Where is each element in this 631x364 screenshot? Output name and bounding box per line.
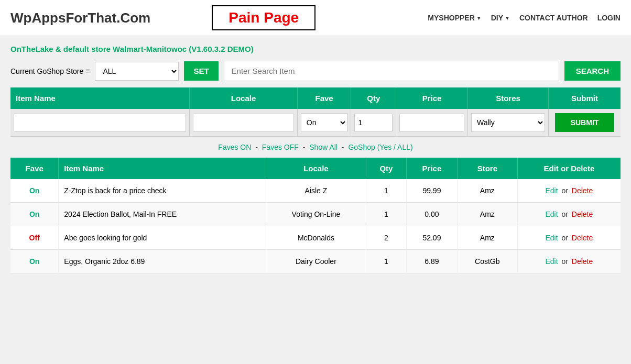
store-value: Amz	[457, 203, 517, 226]
item-name-value: Eggs, Organic 2doz 6.89	[59, 250, 266, 273]
fave-cell: On Off	[298, 109, 352, 136]
header-price: Price	[396, 87, 468, 109]
locale-cell	[190, 109, 297, 136]
header-submit: Submit	[549, 87, 621, 109]
table-row: On Z-Ztop is back for a price check Aisl…	[10, 179, 621, 203]
nav-myshopper[interactable]: MYSHOPPER ▼	[428, 14, 481, 22]
table-row: On Eggs, Organic 2doz 6.89 Dairy Cooler …	[10, 250, 621, 273]
show-all-link[interactable]: Show All	[309, 143, 338, 151]
main-nav: MYSHOPPER ▼ DIY ▼ CONTACT AUTHOR LOGIN	[428, 14, 621, 22]
item-name-input[interactable]	[14, 114, 186, 131]
filter-links: Faves ON - Faves OFF - Show All - GoShop…	[10, 137, 621, 158]
store-value: Amz	[457, 179, 517, 203]
goshop-link[interactable]: GoShop (Yes / ALL)	[348, 143, 412, 151]
item-name-value: 2024 Election Ballot, Mail-In FREE	[59, 203, 266, 226]
nav-login[interactable]: LOGIN	[597, 14, 621, 22]
price-value: 52.09	[407, 226, 458, 250]
store-select[interactable]: ALL Walmart Amazon CostCo Amz	[95, 62, 179, 81]
nav-contact-author[interactable]: CONTACT AUTHOR	[519, 14, 588, 22]
stores-cell: Wally Amazon CostCo Amz	[468, 109, 549, 136]
subtitle: OnTheLake & default store Walmart-Manito…	[10, 45, 621, 53]
edit-link[interactable]: Edit	[545, 234, 558, 242]
store-value: Amz	[457, 226, 517, 250]
search-area: Current GoShop Store = ALL Walmart Amazo…	[10, 61, 621, 81]
fave-value[interactable]: Off	[10, 226, 59, 250]
item-name-cell	[10, 109, 190, 136]
table-row: On 2024 Election Ballot, Mail-In FREE Vo…	[10, 203, 621, 226]
price-value: 0.00	[407, 203, 458, 226]
locale-value: Voting On-Line	[266, 203, 366, 226]
fave-value[interactable]: On	[10, 203, 59, 226]
fave-value[interactable]: On	[10, 179, 59, 203]
col-price: Price	[407, 158, 458, 179]
set-button[interactable]: SET	[184, 61, 218, 81]
header-locale: Locale	[190, 87, 297, 109]
col-store: Store	[457, 158, 517, 179]
col-edit-delete: Edit or Delete	[517, 158, 621, 179]
or-text: or	[561, 186, 570, 195]
qty-value: 1	[366, 179, 406, 203]
header-stores: Stores	[468, 87, 549, 109]
submit-cell: SUBMIT	[549, 109, 621, 136]
add-item-row: On Off Wally Amazon CostCo Amz SUBMIT	[10, 109, 621, 137]
header-item-name: Item Name	[10, 87, 190, 109]
col-qty: Qty	[366, 158, 406, 179]
col-item-name: Item Name	[59, 158, 266, 179]
edit-delete-cell: Edit or Delete	[517, 250, 621, 273]
page-title: Pain Page	[229, 9, 299, 26]
edit-link[interactable]: Edit	[545, 257, 558, 266]
edit-delete-cell: Edit or Delete	[517, 203, 621, 226]
main-content: OnTheLake & default store Walmart-Manito…	[0, 36, 631, 282]
qty-input[interactable]	[354, 114, 393, 131]
sep-2: -	[303, 143, 308, 151]
table-header-row: Fave Item Name Locale Qty Price Store Ed…	[10, 158, 621, 179]
delete-link[interactable]: Delete	[572, 234, 593, 242]
locale-value: Dairy Cooler	[266, 250, 366, 273]
page-title-box: Pain Page	[212, 5, 316, 30]
locale-value: McDonalds	[266, 226, 366, 250]
item-name-value: Z-Ztop is back for a price check	[59, 179, 266, 203]
edit-link[interactable]: Edit	[545, 210, 558, 218]
edit-delete-cell: Edit or Delete	[517, 179, 621, 203]
locale-value: Aisle Z	[266, 179, 366, 203]
or-text: or	[561, 234, 570, 242]
col-locale: Locale	[266, 158, 366, 179]
delete-link[interactable]: Delete	[572, 257, 593, 266]
price-value: 99.99	[407, 179, 458, 203]
header: WpAppsForThat.Com Pain Page MYSHOPPER ▼ …	[0, 0, 631, 36]
search-input[interactable]	[224, 61, 559, 81]
qty-value: 1	[366, 203, 406, 226]
price-input[interactable]	[399, 114, 464, 131]
qty-value: 2	[366, 226, 406, 250]
store-value: CostGb	[457, 250, 517, 273]
faves-off-link[interactable]: Faves OFF	[262, 143, 299, 151]
search-button[interactable]: SEARCH	[564, 61, 621, 81]
table-row: Off Abe goes looking for gold McDonalds …	[10, 226, 621, 250]
fave-value[interactable]: On	[10, 250, 59, 273]
fave-select[interactable]: On Off	[301, 113, 348, 132]
submit-button[interactable]: SUBMIT	[555, 113, 614, 132]
or-text: or	[561, 257, 570, 266]
stores-select[interactable]: Wally Amazon CostCo Amz	[471, 113, 545, 132]
item-name-value: Abe goes looking for gold	[59, 226, 266, 250]
edit-delete-cell: Edit or Delete	[517, 226, 621, 250]
faves-on-link[interactable]: Faves ON	[218, 143, 251, 151]
nav-diy[interactable]: DIY ▼	[491, 14, 510, 22]
or-text: or	[561, 210, 570, 218]
delete-link[interactable]: Delete	[572, 186, 593, 195]
delete-link[interactable]: Delete	[572, 210, 593, 218]
site-title: WpAppsForThat.Com	[10, 10, 150, 26]
add-row-header: Item Name Locale Fave Qty Price Stores S…	[10, 87, 621, 109]
qty-cell	[351, 109, 396, 136]
price-cell	[396, 109, 468, 136]
edit-link[interactable]: Edit	[545, 186, 558, 195]
chevron-down-icon: ▼	[505, 15, 510, 21]
items-table: Fave Item Name Locale Qty Price Store Ed…	[10, 158, 621, 273]
sep-3: -	[342, 143, 346, 151]
locale-input[interactable]	[193, 114, 293, 131]
qty-value: 1	[366, 250, 406, 273]
header-qty: Qty	[351, 87, 396, 109]
header-fave: Fave	[298, 87, 352, 109]
chevron-down-icon: ▼	[476, 15, 482, 21]
sep-1: -	[255, 143, 260, 151]
